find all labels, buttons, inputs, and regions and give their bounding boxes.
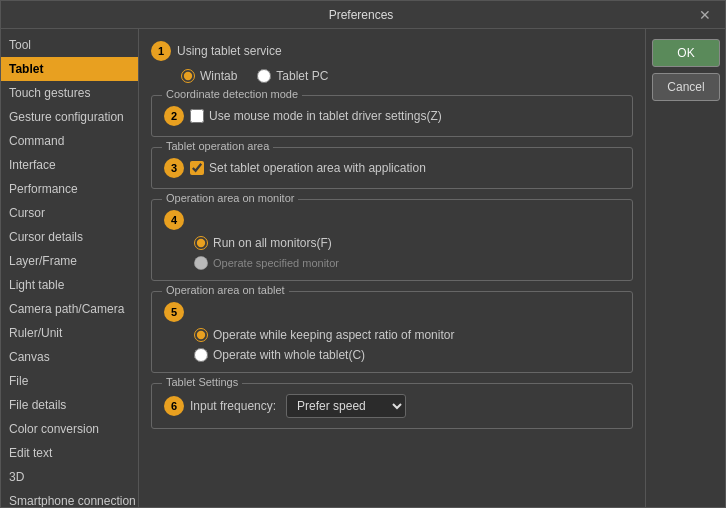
titlebar: Preferences ✕ <box>1 1 725 29</box>
run-all-monitors-label: Run on all monitors(F) <box>213 236 332 250</box>
sidebar-item-touch-gestures[interactable]: Touch gestures <box>1 81 138 105</box>
step6-badge: 6 <box>164 396 184 416</box>
mouse-mode-checkbox-item[interactable]: Use mouse mode in tablet driver settings… <box>190 109 442 123</box>
sidebar-item-color-conversion[interactable]: Color conversion <box>1 417 138 441</box>
mouse-mode-checkbox[interactable] <box>190 109 204 123</box>
step4-badge: 4 <box>164 210 184 230</box>
run-all-monitors-radio[interactable] <box>194 236 208 250</box>
wintab-label: Wintab <box>200 69 237 83</box>
coordinate-detection-section: Coordinate detection mode 2 Use mouse mo… <box>151 95 633 137</box>
ok-button[interactable]: OK <box>652 39 720 67</box>
tablet-radio-group-container: Operate while keeping aspect ratio of mo… <box>164 328 620 362</box>
run-all-monitors-item[interactable]: Run on all monitors(F) <box>194 236 620 250</box>
keep-aspect-item[interactable]: Operate while keeping aspect ratio of mo… <box>194 328 620 342</box>
step6-row: 6 Input frequency: Prefer speedBalancedP… <box>164 394 620 418</box>
wintab-radio-item[interactable]: Wintab <box>181 69 237 83</box>
whole-tablet-item[interactable]: Operate with whole tablet(C) <box>194 348 620 362</box>
content-area: ToolTabletTouch gesturesGesture configur… <box>1 29 725 507</box>
sidebar-item-interface[interactable]: Interface <box>1 153 138 177</box>
set-operation-area-checkbox[interactable] <box>190 161 204 175</box>
tablet-operation-area-section: Tablet operation area 3 Set tablet opera… <box>151 147 633 189</box>
mouse-mode-label: Use mouse mode in tablet driver settings… <box>209 109 442 123</box>
sidebar-item-camera-path[interactable]: Camera path/Camera <box>1 297 138 321</box>
operation-area-monitor-section: Operation area on monitor 4 Run on all m… <box>151 199 633 281</box>
step2-row: 2 Use mouse mode in tablet driver settin… <box>164 106 620 126</box>
using-tablet-service-label: Using tablet service <box>177 44 282 58</box>
tablet-settings-section: Tablet Settings 6 Input frequency: Prefe… <box>151 383 633 429</box>
sidebar-item-command[interactable]: Command <box>1 129 138 153</box>
step4-row: 4 <box>164 210 620 230</box>
sidebar-item-tool[interactable]: Tool <box>1 33 138 57</box>
tablet-pc-label: Tablet PC <box>276 69 328 83</box>
tablet-service-radio-group: Wintab Tablet PC <box>181 69 633 83</box>
operate-specified-radio[interactable] <box>194 256 208 270</box>
sidebar-item-gesture-config[interactable]: Gesture configuration <box>1 105 138 129</box>
keep-aspect-radio[interactable] <box>194 328 208 342</box>
whole-tablet-radio[interactable] <box>194 348 208 362</box>
sidebar-item-edit-text[interactable]: Edit text <box>1 441 138 465</box>
tablet-operation-area-label: Tablet operation area <box>162 140 273 152</box>
main-panel: 1 Using tablet service Wintab Tablet PC <box>139 29 645 507</box>
step1-badge: 1 <box>151 41 171 61</box>
step3-row: 3 Set tablet operation area with applica… <box>164 158 620 178</box>
window-title: Preferences <box>29 8 693 22</box>
preferences-window: Preferences ✕ ToolTabletTouch gesturesGe… <box>0 0 726 508</box>
coordinate-detection-label: Coordinate detection mode <box>162 88 302 100</box>
sidebar-item-tablet[interactable]: Tablet <box>1 57 138 81</box>
sidebar-item-smartphone[interactable]: Smartphone connection <box>1 489 138 507</box>
sidebar-item-cursor-details[interactable]: Cursor details <box>1 225 138 249</box>
operation-area-tablet-section: Operation area on tablet 5 Operate while… <box>151 291 633 373</box>
operate-specified-item[interactable]: Operate specified monitor <box>194 256 620 270</box>
tablet-pc-radio[interactable] <box>257 69 271 83</box>
monitor-radio-group-container: Run on all monitors(F) Operate specified… <box>164 236 620 270</box>
keep-aspect-label: Operate while keeping aspect ratio of mo… <box>213 328 454 342</box>
sidebar: ToolTabletTouch gesturesGesture configur… <box>1 29 139 507</box>
sidebar-item-file[interactable]: File <box>1 369 138 393</box>
step5-badge: 5 <box>164 302 184 322</box>
sidebar-item-ruler-unit[interactable]: Ruler/Unit <box>1 321 138 345</box>
step2-badge: 2 <box>164 106 184 126</box>
input-freq-label: Input frequency: <box>190 399 276 413</box>
sidebar-item-performance[interactable]: Performance <box>1 177 138 201</box>
cancel-button[interactable]: Cancel <box>652 73 720 101</box>
operation-area-tablet-label: Operation area on tablet <box>162 284 289 296</box>
step5-row: 5 <box>164 302 620 322</box>
set-operation-area-label: Set tablet operation area with applicati… <box>209 161 426 175</box>
sidebar-item-canvas[interactable]: Canvas <box>1 345 138 369</box>
input-frequency-select[interactable]: Prefer speedBalancedPrefer accuracy <box>286 394 406 418</box>
action-buttons: OK Cancel <box>645 29 725 507</box>
tablet-settings-label: Tablet Settings <box>162 376 242 388</box>
whole-tablet-label: Operate with whole tablet(C) <box>213 348 365 362</box>
set-operation-area-checkbox-item[interactable]: Set tablet operation area with applicati… <box>190 161 426 175</box>
sidebar-item-file-details[interactable]: File details <box>1 393 138 417</box>
step1-row: 1 Using tablet service <box>151 41 633 61</box>
sidebar-item-layer-frame[interactable]: Layer/Frame <box>1 249 138 273</box>
operate-specified-label: Operate specified monitor <box>213 257 339 269</box>
wintab-radio[interactable] <box>181 69 195 83</box>
tablet-pc-radio-item[interactable]: Tablet PC <box>257 69 328 83</box>
sidebar-item-3d[interactable]: 3D <box>1 465 138 489</box>
close-button[interactable]: ✕ <box>693 5 717 25</box>
operation-area-monitor-label: Operation area on monitor <box>162 192 298 204</box>
sidebar-item-light-table[interactable]: Light table <box>1 273 138 297</box>
step3-badge: 3 <box>164 158 184 178</box>
sidebar-item-cursor[interactable]: Cursor <box>1 201 138 225</box>
